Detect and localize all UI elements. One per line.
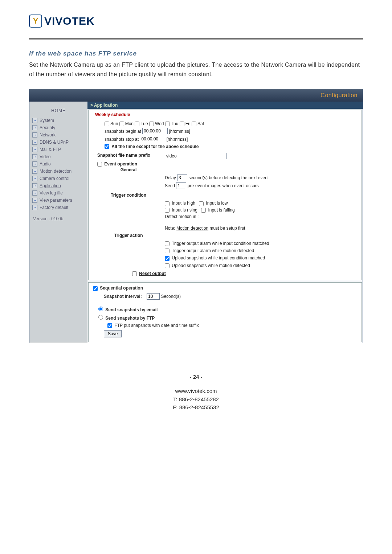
ftp-suffix-checkbox[interactable]	[107, 323, 112, 328]
input-rising-label: Input is rising	[172, 208, 197, 213]
sidebar-item-label: Camera control	[40, 176, 69, 181]
input-rising-falling-row: Input is rising Input is falling	[92, 208, 358, 213]
ta4-checkbox[interactable]	[165, 263, 170, 268]
day-tue-checkbox[interactable]	[135, 122, 139, 126]
sidebar-item-network[interactable]: →Network	[32, 131, 85, 139]
input-rising-checkbox[interactable]	[165, 208, 170, 213]
sidebar-item-audio[interactable]: →Audio	[32, 160, 85, 168]
day-mon-label: Mon	[125, 121, 135, 126]
logo: Y VIVOTEK	[29, 15, 363, 28]
delay-input[interactable]	[177, 175, 187, 181]
sidebar-item-ddns-upnp[interactable]: →DDNS & UPnP	[32, 139, 85, 146]
begin-hint: [hh:mm:ss]	[169, 129, 190, 134]
event-operation-checkbox[interactable]	[97, 162, 102, 167]
sidebar-item-label: Audio	[40, 161, 51, 167]
ta1-label: Trigger output alarm while input conditi…	[172, 241, 269, 246]
send-email-radio[interactable]	[98, 307, 103, 311]
intro-paragraph: Set the Network Camera up as an FTP clie…	[29, 60, 363, 79]
sidebar-item-label: DDNS & UPnP	[40, 140, 69, 145]
logo-mark: Y	[33, 16, 38, 26]
sidebar-item-label: View parameters	[40, 198, 72, 203]
send-input[interactable]	[176, 182, 186, 189]
trigger-action-label: Trigger action	[92, 233, 165, 238]
interval-label: Snapshot interval:	[104, 294, 142, 299]
sidebar-item-mail-ftp[interactable]: →Mail & FTP	[32, 146, 85, 153]
all-time-row: All the time except for the above schedu…	[105, 144, 358, 149]
trigger-condition-label: Trigger condition	[92, 193, 165, 198]
day-fri-checkbox[interactable]	[180, 122, 184, 126]
sidebar-item-label: Mail & FTP	[40, 147, 61, 152]
sidebar-item-label: Factory default	[40, 205, 68, 210]
arrow-icon: →	[32, 147, 37, 152]
all-time-checkbox[interactable]	[105, 144, 109, 149]
input-low-label: Input is low	[206, 201, 228, 206]
footer-site: www.vivotek.com	[29, 387, 363, 395]
input-high-low-row: Input is high Input is low	[92, 201, 358, 206]
sidebar-item-factory-default[interactable]: →Factory default	[32, 204, 85, 211]
sidebar-item-system[interactable]: →System	[32, 117, 85, 124]
day-mon-checkbox[interactable]	[119, 122, 124, 126]
ta2-checkbox[interactable]	[165, 249, 170, 253]
sidebar-item-security[interactable]: →Security	[32, 124, 85, 131]
breadcrumb: > Application	[87, 102, 363, 109]
input-high-checkbox[interactable]	[165, 201, 170, 206]
input-high-label: Input is high	[172, 201, 195, 206]
sidebar-item-motion-detection[interactable]: →Motion detection	[32, 168, 85, 175]
arrow-icon: →	[32, 154, 37, 159]
sidebar-item-label: System	[40, 118, 54, 123]
prefix-input[interactable]	[165, 153, 226, 159]
arrow-icon: →	[32, 198, 37, 203]
day-thu-checkbox[interactable]	[165, 122, 170, 126]
panel-header: Configuration	[29, 89, 363, 102]
send-after: pre-event images when event occurs	[188, 183, 259, 188]
ta1-checkbox[interactable]	[165, 241, 170, 246]
day-wed-checkbox[interactable]	[149, 122, 154, 126]
footer-fax: F: 886-2-82455532	[29, 403, 363, 412]
stop-label: snapshots stop at	[105, 137, 139, 142]
weekly-schedule-legend: Weekly schedule	[94, 112, 132, 117]
begin-input[interactable]	[142, 128, 168, 134]
ta3-label: Upload snapshots while input condition m…	[172, 255, 265, 260]
sidebar: HOME →System→Security→Network→DDNS & UPn…	[29, 102, 87, 343]
note-pre: Note:	[165, 226, 176, 231]
reset-output-label: Reset output	[139, 271, 166, 276]
delay-row: Delay second(s) before detecting the nex…	[92, 175, 358, 181]
sequential-checkbox[interactable]	[93, 286, 98, 291]
section-title: If the web space has FTP service	[29, 50, 363, 57]
top-divider	[29, 38, 363, 40]
send-email-label: Send snapshots by email	[105, 307, 158, 312]
interval-input[interactable]	[147, 293, 160, 300]
day-sun-label: Sun	[110, 121, 119, 126]
motion-detection-link[interactable]: Motion detection	[176, 226, 208, 231]
sidebar-item-camera-control[interactable]: →Camera control	[32, 175, 85, 182]
delay-label: Delay	[165, 175, 176, 180]
begin-label: snapshots begin at	[105, 129, 141, 134]
sidebar-home[interactable]: HOME	[32, 108, 85, 113]
day-sun-checkbox[interactable]	[105, 122, 109, 126]
arrow-icon: →	[32, 169, 37, 174]
snapshots-stop-row: snapshots stop at [hh:mm:ss]	[105, 136, 358, 142]
day-sat-checkbox[interactable]	[192, 122, 196, 126]
sidebar-item-view-parameters[interactable]: →View parameters	[32, 197, 85, 204]
sidebar-item-application[interactable]: →Application	[32, 182, 85, 189]
logo-icon: Y	[29, 15, 42, 28]
ta4-label: Upload snapshots while motion detected	[172, 263, 250, 268]
ta3-checkbox[interactable]	[165, 256, 170, 261]
reset-output-checkbox[interactable]	[132, 271, 137, 276]
all-time-label: All the time except for the above schedu…	[111, 144, 199, 149]
save-button[interactable]: Save	[104, 330, 122, 337]
footer-tel: T: 886-2-82455282	[29, 395, 363, 404]
sidebar-item-video[interactable]: →Video	[32, 153, 85, 160]
arrow-icon: →	[32, 125, 37, 130]
sidebar-item-view-log-file[interactable]: →View log file	[32, 189, 85, 197]
input-low-checkbox[interactable]	[199, 201, 204, 206]
send-ftp-radio[interactable]	[98, 315, 103, 320]
note-post: must be setup first	[208, 226, 245, 231]
arrow-icon: →	[32, 161, 37, 167]
day-thu-label: Thu	[171, 121, 180, 126]
stop-input[interactable]	[140, 136, 165, 142]
motion-note: Note: Motion detection must be setup fir…	[92, 226, 358, 231]
arrow-icon: →	[32, 140, 37, 145]
input-falling-checkbox[interactable]	[201, 208, 206, 213]
arrow-icon: →	[32, 132, 37, 138]
